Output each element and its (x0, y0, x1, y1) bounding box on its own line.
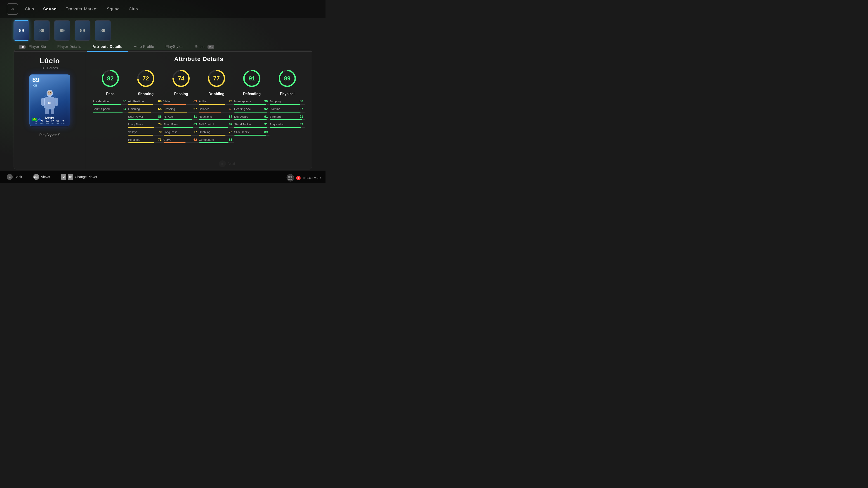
stat-item: FK Acc. 81 (163, 115, 199, 120)
stat-bar-container (234, 135, 270, 135)
stat-value: 73 (156, 138, 162, 141)
stat-bar (270, 119, 302, 120)
stat-label: Shot Power (128, 115, 156, 119)
brazil-flag (32, 118, 37, 121)
stat-bar (163, 104, 186, 105)
stat-value: 86 (156, 115, 162, 119)
notification-badge: 1 (296, 176, 301, 180)
gauge-value-shooting: 72 (143, 75, 149, 82)
carousel-card-1[interactable]: 89 (34, 20, 50, 41)
card-carousel: 89 89 89 89 89 (13, 19, 312, 42)
player-image: 89 (35, 88, 64, 115)
gauge-value-dribbling: 77 (213, 75, 220, 82)
stat-label: Stand Tackle (234, 123, 262, 126)
stat-item: Sprint Speed 84 (93, 107, 128, 112)
svg-point-27 (290, 176, 292, 178)
tab-hero-profile[interactable]: Hero Profile (128, 42, 160, 52)
stat-item: Interceptions 90 (234, 99, 270, 105)
stat-bar (93, 104, 121, 105)
stat-bar-container (128, 104, 164, 105)
stat-value: 91 (298, 115, 303, 119)
stat-bar-container (199, 127, 235, 128)
nav-squad2[interactable]: Squad (107, 7, 120, 11)
card-stat-pas: 74 PAS (46, 120, 49, 124)
nav-club2[interactable]: Club (129, 7, 138, 11)
tab-attribute-details[interactable]: Attribute Details (87, 42, 128, 52)
stat-label: Interceptions (234, 100, 262, 103)
carousel-card-0[interactable]: 89 (13, 20, 29, 41)
stat-label: Slide Tackle (234, 130, 262, 134)
stat-label: Reactions (199, 115, 227, 119)
stat-item: Composure 83 (199, 138, 235, 143)
card-position: CB (33, 84, 37, 87)
stat-bar-container (163, 111, 199, 112)
stat-bar-container (234, 119, 270, 120)
stat-bar-container (93, 111, 128, 112)
stat-bar (128, 111, 151, 112)
stat-bar (163, 119, 192, 120)
stat-bar-container (163, 127, 199, 128)
stat-value: 86 (298, 99, 303, 103)
stat-item: Curve 62 (163, 138, 199, 143)
stat-item: Slide Tackle 89 (234, 130, 270, 135)
stat-bar (128, 104, 153, 105)
card-flags: S (32, 118, 41, 122)
stat-label: Strength (270, 115, 298, 119)
stat-bar-container (128, 135, 164, 135)
stat-value: 73 (227, 99, 232, 103)
gauge-dribbling: 77 (206, 68, 227, 89)
carousel-card-3[interactable]: 89 (74, 20, 90, 41)
stat-bar-container (270, 127, 305, 128)
nav-squad[interactable]: Squad (43, 7, 57, 11)
carousel-card-4[interactable]: 89 (95, 20, 111, 41)
gauge-value-passing: 74 (178, 75, 184, 82)
stat-bar (163, 127, 193, 128)
nav-transfer-market[interactable]: Transfer Market (66, 7, 98, 11)
stat-value: 63 (227, 107, 232, 111)
stat-bar (93, 111, 123, 112)
stat-item: Short Pass 83 (163, 123, 199, 128)
bottom-right: 1 THEGAMER (286, 174, 321, 182)
stat-value: 62 (191, 138, 197, 141)
stat-value: 80 (121, 99, 126, 103)
stat-item: Stand Tackle 91 (234, 123, 270, 128)
stat-value: 69 (156, 99, 162, 103)
stat-value: 83 (227, 138, 232, 141)
lb-badge: LB (19, 45, 26, 49)
stat-bar-container (234, 111, 270, 112)
category-name-defending: Defending (243, 92, 260, 96)
svg-text:89: 89 (48, 102, 51, 105)
stat-label: Sprint Speed (93, 107, 121, 111)
category-passing: 74 Passing Vision 63 Crossing 67 (163, 68, 199, 145)
tab-player-details[interactable]: Player Details (52, 42, 87, 52)
stat-bar-container (163, 135, 199, 135)
stat-bar (128, 127, 155, 128)
stat-label: Finishing (128, 107, 156, 111)
player-left-panel: Lúcio UT Heroes 89 CB (13, 50, 86, 169)
tab-roles[interactable]: Roles RB (189, 42, 220, 52)
stat-value: 87 (298, 107, 303, 111)
stat-value: 92 (262, 107, 268, 111)
nav-club[interactable]: Club (25, 7, 34, 11)
stat-bar (234, 104, 266, 105)
stat-label: Heading Acc. (234, 107, 262, 111)
stat-value: 77 (191, 130, 197, 134)
change-player-control: LT RT Change Player (61, 174, 97, 180)
carousel-card-2[interactable]: 89 (54, 20, 70, 41)
stat-label: Jumping (270, 100, 298, 103)
tab-player-bio[interactable]: LB Player Bio (13, 42, 52, 52)
b-button: B (7, 174, 13, 180)
stat-label: Volleys (128, 130, 156, 134)
stat-bar (199, 104, 225, 105)
change-player-label: Change Player (75, 175, 97, 179)
stat-bar-container (270, 111, 305, 112)
stat-value: 89 (298, 123, 303, 126)
stat-label: Balance (199, 107, 227, 111)
tab-playstyles[interactable]: PlayStyles (160, 42, 189, 52)
player-card: 89 CB 89 (29, 74, 70, 126)
stat-item: Balance 63 (199, 107, 235, 112)
attribute-details-title: Attribute Details (93, 56, 305, 63)
stat-label: Aggression (270, 123, 298, 126)
card-stat-phy: 89 PHY (61, 120, 65, 124)
lt-button: LT (61, 174, 66, 180)
